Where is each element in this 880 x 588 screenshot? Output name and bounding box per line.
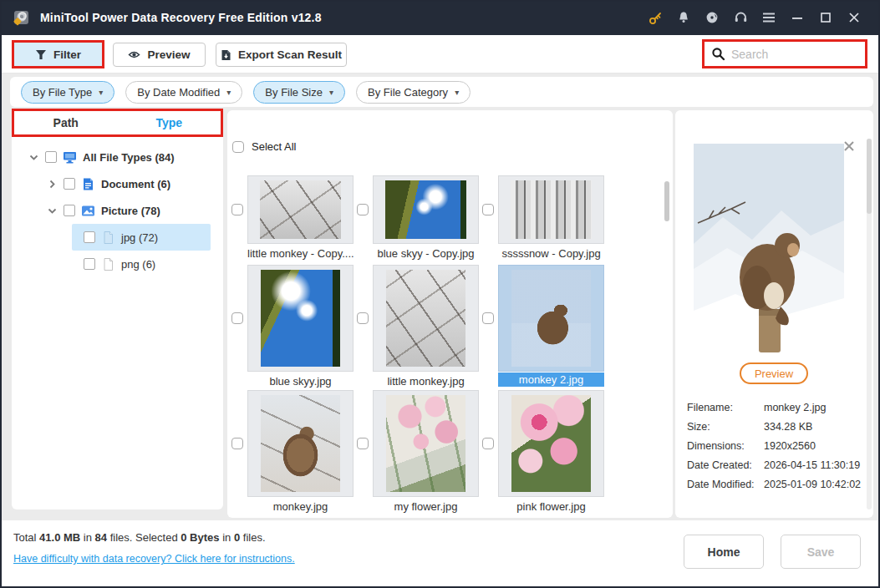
disc-icon[interactable] [698,6,726,29]
in-word: in [84,531,92,544]
checkbox[interactable] [84,258,95,270]
file-name: little monkey.jpg [373,375,479,388]
filter-by-file-type[interactable]: By File Type▾ [21,81,114,104]
select-all-checkbox[interactable] [232,141,244,153]
tree-item-all-file-types[interactable]: All File Types (84) [12,144,223,170]
titlebar: MiniTool Power Data Recovery Free Editio… [0,0,880,35]
select-all-label: Select All [252,140,296,153]
search-input[interactable] [731,48,857,61]
file-checkbox[interactable] [231,204,243,215]
chevron-down-icon: ▾ [455,88,459,97]
total-size: 41.0 MB [39,531,80,544]
thumbnail-image [261,270,340,367]
file-checkbox[interactable] [357,438,369,449]
thumbnail-image [511,180,592,239]
total-count: 84 [95,531,107,544]
detail-row: Size: 334.28 KB [687,417,861,436]
file-thumbnail[interactable] [373,265,479,372]
file-thumbnail[interactable] [498,175,604,244]
detail-value: monkey 2.jpg [764,402,826,413]
file-thumbnail[interactable] [373,390,479,497]
support-headset-icon[interactable] [726,6,755,29]
close-button[interactable] [840,6,868,29]
tree-item-png[interactable]: png (6) [72,251,211,277]
thumbnail-image [386,270,465,367]
filter-by-date-modified[interactable]: By Date Modified▾ [125,81,242,104]
help-link[interactable]: Have difficulty with data recovery? Clic… [13,553,295,565]
chevron-down-icon: ▾ [99,88,103,97]
close-preview-icon[interactable] [843,140,855,152]
filter-button[interactable]: Filter [14,43,102,66]
sidebar: All File Types (84) Document (6) Picture… [12,110,223,509]
file-type-tree: All File Types (84) Document (6) Picture… [12,144,223,277]
panel-scrollbar-track[interactable] [867,139,872,509]
file-icon [101,258,115,271]
tab-path[interactable]: Path [14,111,118,134]
chevron-down-icon[interactable] [28,152,39,163]
file-checkbox[interactable] [357,312,369,324]
detail-row: Filename: monkey 2.jpg [687,398,861,417]
tree-label: Picture (78) [101,205,160,217]
file-checkbox[interactable] [231,438,243,449]
detail-label: Date Modified: [687,479,764,490]
chevron-down-icon[interactable] [47,205,58,216]
panel-scrollbar-thumb[interactable] [867,139,872,214]
tree-item-jpg[interactable]: jpg (72) [72,224,211,251]
detail-row: Date Modified: 2025-01-09 10:42:02 [687,474,861,494]
maximize-button[interactable] [811,6,840,29]
checkbox[interactable] [84,231,95,243]
file-checkbox[interactable] [482,438,494,449]
checkbox[interactable] [64,178,75,190]
file-checkbox[interactable] [482,204,494,215]
files-word: files. [243,531,266,544]
file-thumbnail[interactable] [247,390,354,497]
file-name: my flower.jpg [373,500,479,513]
tree-item-picture[interactable]: Picture (78) [12,197,223,224]
file-checkbox[interactable] [231,312,243,324]
preview-action-button[interactable]: Preview [740,362,808,384]
checkbox[interactable] [64,205,75,216]
filter-by-file-size[interactable]: By File Size▾ [253,81,345,104]
file-thumbnail[interactable] [247,265,354,372]
preview-button[interactable]: Preview [113,43,206,67]
tree-item-document[interactable]: Document (6) [12,170,223,197]
menu-icon[interactable] [755,6,783,29]
home-button[interactable]: Home [684,535,764,569]
chevron-down-icon: ▾ [329,88,333,97]
filter-by-file-category[interactable]: By File Category▾ [356,81,471,104]
checkbox[interactable] [45,151,57,163]
file-thumbnail-selected[interactable] [498,265,604,372]
file-name: sssssnow - Copy.jpg [498,247,604,260]
file-checkbox[interactable] [357,204,369,215]
export-scan-result-button[interactable]: Export Scan Result [216,43,347,67]
chevron-right-icon[interactable] [47,179,58,190]
file-thumbnail[interactable] [373,175,479,244]
thumbnail-image [385,180,466,239]
annotation-path-type-tabs: Path Type [12,109,223,137]
tree-label: Document (6) [101,178,170,190]
tab-type[interactable]: Type [118,111,221,134]
license-key-icon[interactable] [641,6,669,29]
search-icon [711,47,725,61]
detail-row: Date Created: 2026-04-15 11:30:19 [687,455,861,474]
file-icon [101,231,115,244]
file-thumbnail[interactable] [247,175,354,244]
picture-icon [81,205,95,217]
detail-label: Date Created: [687,459,764,471]
preview-panel: Preview Filename: monkey 2.jpg Size: 334… [675,110,873,518]
filter-button-label: Filter [53,48,81,61]
notification-bell-icon[interactable] [669,6,698,29]
file-name: little monkey - Copy.... [247,247,354,260]
save-button[interactable]: Save [781,535,861,569]
file-thumbnail[interactable] [498,390,604,497]
file-name: pink flower.jpg [498,500,604,513]
file-checkbox[interactable] [482,312,494,324]
preview-button-label: Preview [147,48,190,61]
select-all-row: Select All [232,140,296,153]
totals-text: Total 41.0 MB in 84 files. Selected 0 By… [13,531,266,544]
file-name: blue skyy.jpg [247,375,354,388]
preview-image [694,144,844,352]
detail-label: Dimensions: [687,440,764,452]
vertical-scrollbar-thumb[interactable] [664,181,669,221]
minimize-button[interactable] [783,6,811,29]
